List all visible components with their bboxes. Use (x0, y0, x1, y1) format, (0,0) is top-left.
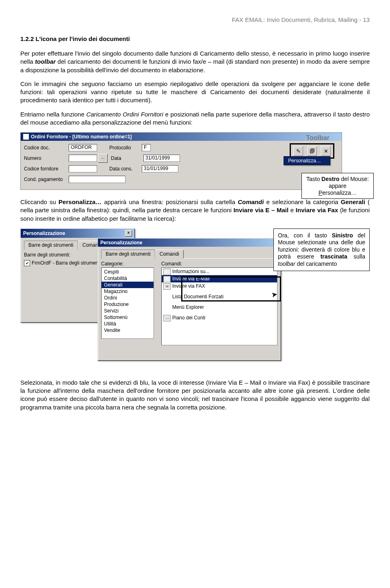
checkbox-label: FrmOrdF - Barra degli strumenti (32, 260, 101, 266)
tab-comandi-2[interactable]: Comandi (155, 250, 184, 258)
email-icon: ✉ (163, 276, 171, 282)
label-categorie: Categorie: (101, 261, 154, 267)
screenshot-personalizzazione: Personalizzazione × Barre degli strument… (20, 228, 370, 366)
text: sulla (347, 253, 365, 260)
paragraph-5: Selezionata, in modo tale che si evidenz… (20, 379, 370, 411)
input-data[interactable]: 31/01/1999 (143, 155, 180, 162)
menu-item-personalizza[interactable]: Personalizza… (284, 157, 330, 165)
text-bold: Inviare via Fax (296, 207, 338, 213)
list-item[interactable]: Magazzino (102, 288, 154, 295)
screenshot-ordini-fornitore: Ordini Fornitore - [Ultimo numero ordine… (20, 132, 370, 190)
button-numero-lookup[interactable]: ... (98, 154, 108, 163)
list-item-label: Menù Explorer (172, 304, 204, 310)
input-numero[interactable] (69, 155, 97, 162)
paragraph-2: Con le immagini che seguono facciamo un … (20, 80, 370, 105)
text-bold: Destro (321, 176, 339, 182)
callout-tasto-sinistro: Ora, con il tasto Sinistro del Mouse sel… (273, 228, 370, 271)
toolbar-icon-1[interactable]: ✎ (293, 146, 303, 156)
list-item[interactable]: Contabilità (102, 275, 154, 282)
window-title: Personalizzazione (23, 230, 65, 236)
text-italic: Caricamento Ordini Fornitori (86, 111, 163, 118)
text: Ora, con il tasto (278, 232, 332, 239)
list-item[interactable]: Utilità (102, 321, 154, 327)
listbox-categorie[interactable]: Cespiti Contabilità Generali Magazzino O… (101, 267, 154, 339)
text-bold: toolbar (35, 58, 56, 65)
toolbar-annotation-label: Toolbar (306, 134, 329, 142)
label-data-cons: Data cons. (109, 166, 142, 172)
tab-barre-2[interactable]: Barre degli strumenti (101, 250, 155, 258)
label-data: Data (111, 155, 143, 161)
callout-tasto-destro: Tasto Destro del Mouse: appare Personali… (301, 173, 374, 199)
text: Tasto (306, 176, 321, 182)
text: del caricamento (295, 261, 337, 267)
text: del caricamento dei documenti le funzion… (20, 58, 370, 73)
toolbar-icon-2[interactable]: 🗐 (307, 146, 317, 156)
list-item[interactable]: Cespiti (102, 269, 154, 275)
info-icon (163, 269, 171, 275)
window-titlebar: Ordini Fornitore - [Ultimo numero ordine… (21, 133, 342, 141)
page-header: FAX EMAIL: Invio Documenti, Rubrica, Mai… (20, 16, 370, 23)
text-bolditalic: Comandi (238, 198, 264, 205)
list-item[interactable]: Ordini (102, 295, 154, 301)
label-cond-pagamento: Cond. pagamento (24, 177, 69, 182)
paragraph-4: Cliccando su Personalizza… apparirà una … (20, 198, 370, 223)
text: Cliccando su (20, 198, 58, 205)
app-icon (23, 134, 29, 140)
toolbar-close-icon[interactable]: ✕ (321, 146, 331, 156)
text-bold: Generali (341, 198, 365, 205)
list-item[interactable]: Sottomenù (102, 314, 154, 321)
text: Entriamo nella funzione (20, 111, 86, 118)
section-title: 1.2.2 L'icona per l'invio dei documenti (20, 35, 370, 42)
paragraph-1: Per poter effettuare l'invio del singolo… (20, 50, 370, 74)
input-cond-pagamento[interactable] (69, 176, 126, 183)
paragraph-3: Entriamo nella funzione Caricamento Ordi… (20, 110, 370, 127)
list-item[interactable]: 📖Piano dei Conti (162, 314, 277, 321)
tab-barre[interactable]: Barre degli strumenti (24, 241, 78, 250)
list-item[interactable]: Produzione (102, 301, 154, 308)
input-codice-fornitore[interactable] (69, 165, 97, 172)
label-protocollo: Protocollo (109, 145, 142, 151)
close-icon[interactable]: × (125, 230, 132, 237)
list-item[interactable]: Menù Explorer (162, 304, 277, 311)
label-comandi: Comandi: (161, 261, 277, 267)
fax-icon: ☏ (163, 283, 171, 290)
text-bold: Inviare via E – Mail (234, 207, 288, 213)
text-bold: Personalizza… (58, 198, 102, 205)
text: ersonalizza… (322, 190, 357, 196)
text-bold: trascinata (321, 253, 347, 260)
list-item[interactable]: Servizi (102, 308, 154, 314)
input-data-cons[interactable]: 31/01/1999 (142, 165, 178, 172)
text: apparirà una finestra: posizionarsi sull… (102, 198, 238, 205)
input-codice-doc[interactable]: ORDFOR (69, 144, 97, 151)
commands-highlight-box (181, 276, 281, 302)
label-codice-fornitore: Codice fornitore (24, 166, 69, 172)
checkbox-frmordf[interactable]: ✔ (24, 260, 30, 266)
window-title: Ordini Fornitore - [Ultimo numero ordine… (31, 134, 132, 140)
text-underline: P (318, 190, 322, 196)
text: e (288, 207, 296, 213)
list-item-label: Informazioni su... (172, 269, 209, 274)
text: e selezionare la categoria (264, 198, 340, 205)
label-numero: Numero (24, 155, 69, 161)
text-bold: Sinistro (332, 232, 353, 239)
list-item-label: Piano dei Conti (172, 315, 205, 321)
book-icon: 📖 (163, 315, 171, 321)
list-item-selected[interactable]: Generali (102, 282, 154, 288)
list-item[interactable]: Informazioni su... (162, 268, 277, 275)
window-title: Personalizzazione (100, 240, 142, 246)
window-titlebar: Personalizzazione × (21, 229, 134, 238)
window-titlebar: Personalizzazione (98, 239, 281, 247)
label-codice-doc: Codice doc. (24, 145, 69, 151)
list-item[interactable]: Vendite (102, 327, 154, 334)
context-menu: Personalizza… (284, 156, 330, 165)
text-italic: toolbar (278, 261, 295, 267)
input-protocollo[interactable]: F (142, 144, 151, 151)
